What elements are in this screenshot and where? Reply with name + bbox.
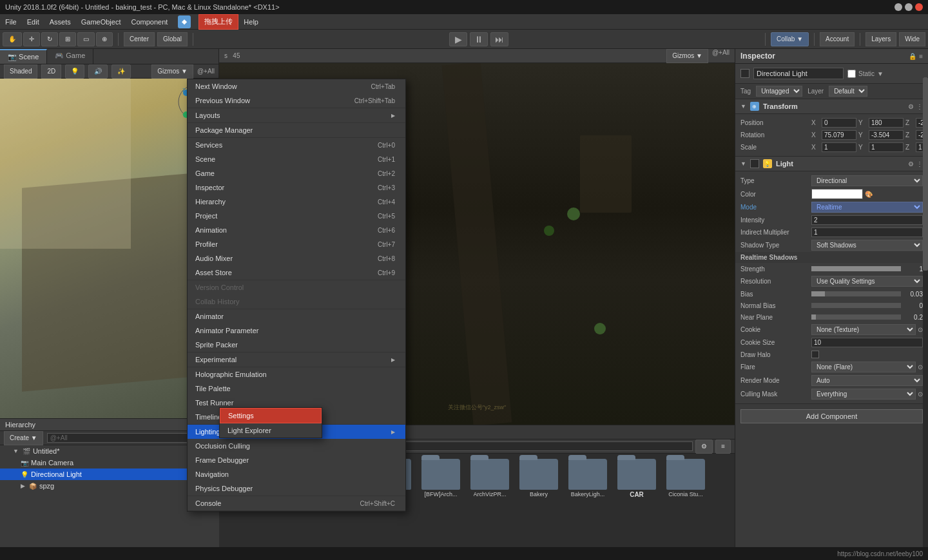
asset-store-item[interactable]: Asset Store Ctrl+9 (188, 266, 405, 280)
move-tool[interactable]: ✛ (23, 32, 40, 46)
minimize-btn[interactable] (894, 3, 902, 11)
animation-label: Animation (195, 226, 227, 234)
transform-tools: ✋ ✛ ↻ ⊞ ▭ ⊕ (3, 32, 113, 46)
holographic-item[interactable]: Holographic Emulation (188, 367, 405, 381)
account-btn[interactable]: Account (820, 32, 855, 46)
inspector-menu[interactable]: ≡ (919, 53, 923, 60)
layers-btn[interactable]: Layers (865, 32, 896, 46)
experimental-item[interactable]: Experimental (188, 352, 405, 367)
gizmos-dropdown[interactable]: Gizmos ▼ (151, 64, 193, 79)
scene-game-tabs: 📷 Scene 🎮 Game (0, 49, 218, 64)
game-shortcut: Ctrl+2 (378, 170, 395, 177)
sep2 (193, 33, 193, 46)
animator-param-label: Animator Parameter (195, 327, 258, 334)
navigation-item[interactable]: Navigation (188, 467, 405, 481)
game-gizmos[interactable]: Gizmos ▼ (666, 49, 708, 63)
active-checkbox[interactable] (740, 69, 749, 78)
timeline-label: Timeline (195, 413, 222, 421)
holographic-label: Holographic Emulation (195, 371, 267, 378)
package-manager-item[interactable]: Package Manager (188, 123, 405, 137)
dropdown-overlay[interactable] (0, 79, 928, 560)
dropdown-windows-section: Services Ctrl+0 Scene Ctrl+1 Game Ctrl+2… (188, 138, 405, 280)
close-btn[interactable] (915, 3, 923, 11)
step-btn[interactable]: ⏭ (490, 32, 508, 46)
audio-toggle[interactable]: 🔊 (88, 64, 108, 79)
menu-component[interactable]: Component (126, 14, 173, 30)
console-item[interactable]: Console Ctrl+Shift+C (188, 496, 405, 510)
asset-store-label: Asset Store (195, 269, 232, 276)
static-checkbox[interactable] (847, 70, 856, 78)
layouts-label: Layouts (195, 111, 220, 119)
game-header: s 45 Gizmos ▼ @+All (219, 49, 735, 63)
pause-btn[interactable]: ⏸ (470, 32, 488, 46)
audio-mixer-item[interactable]: Audio Mixer Ctrl+8 (188, 251, 405, 266)
2d-toggle[interactable]: 2D (41, 64, 61, 79)
hierarchy-item-dd[interactable]: Hierarchy Ctrl+4 (188, 195, 405, 209)
physics-debugger-label: Physics Debugger (195, 485, 253, 492)
menu-upload[interactable]: 拖拽上传 (198, 14, 238, 30)
unity-icon: ◆ (178, 15, 191, 28)
game-header-info: s 45 (224, 52, 240, 59)
animator-item[interactable]: Animator (188, 309, 405, 323)
scene-toolbar: Shaded 2D 💡 🔊 ✨ Gizmos ▼ @+All (0, 64, 218, 79)
menu-gameobject[interactable]: GameObject (76, 14, 126, 30)
project-item-dd[interactable]: Project Ctrl+5 (188, 209, 405, 223)
scene-item[interactable]: Scene Ctrl+1 (188, 152, 405, 166)
menu-edit[interactable]: Edit (22, 14, 44, 30)
rotate-tool[interactable]: ↻ (41, 32, 58, 46)
profiler-label: Profiler (195, 240, 218, 248)
light-explorer-submenu-item[interactable]: Light Explorer (220, 423, 322, 438)
next-window-label: Next Window (195, 82, 237, 90)
menu-help[interactable]: Help (238, 14, 264, 30)
main-area: 📷 Scene 🎮 Game Shaded 2D 💡 🔊 ✨ Gizmos ▼ … (0, 49, 928, 560)
scene-tab[interactable]: 📷 Scene (0, 49, 47, 64)
settings-submenu-item[interactable]: Settings (220, 408, 322, 423)
animator-param-item[interactable]: Animator Parameter (188, 323, 405, 338)
game-item[interactable]: Game Ctrl+2 (188, 166, 405, 180)
search-all: @+All (197, 68, 215, 75)
profiler-item[interactable]: Profiler Ctrl+7 (188, 237, 405, 251)
animation-item[interactable]: Animation Ctrl+6 (188, 223, 405, 237)
menu-assets[interactable]: Assets (44, 14, 76, 30)
wide-btn[interactable]: Wide (899, 32, 925, 46)
layouts-item[interactable]: Layouts (188, 108, 405, 122)
test-runner-label: Test Runner (195, 399, 233, 407)
effects-toggle[interactable]: ✨ (111, 64, 131, 79)
dropdown-experimental-section: Experimental (188, 352, 405, 367)
rect-tool[interactable]: ▭ (77, 32, 95, 46)
dropdown-package-section: Package Manager (188, 123, 405, 138)
occlusion-item[interactable]: Occlusion Culling (188, 439, 405, 453)
static-dropdown-arrow[interactable]: ▼ (877, 70, 884, 77)
inspector-shortcut: Ctrl+3 (378, 184, 395, 191)
frame-debugger-item[interactable]: Frame Debugger (188, 453, 405, 467)
maximize-btn[interactable] (905, 3, 913, 11)
inspector-lock[interactable]: 🔒 (909, 53, 916, 60)
play-btn[interactable]: ▶ (449, 32, 467, 46)
prev-window-item[interactable]: Previous Window Ctrl+Shift+Tab (188, 93, 405, 108)
shading-dropdown[interactable]: Shaded (4, 64, 37, 79)
scale-tool[interactable]: ⊞ (59, 32, 76, 46)
tile-palette-item[interactable]: Tile Palette (188, 381, 405, 396)
inspector-item[interactable]: Inspector Ctrl+3 (188, 180, 405, 195)
center-btn[interactable]: Center (124, 32, 155, 46)
dropdown-animator-section: Animator Animator Parameter Sprite Packe… (188, 309, 405, 352)
collab-btn[interactable]: Collab ▼ (771, 32, 809, 46)
global-btn[interactable]: Global (157, 32, 188, 46)
physics-debugger-item[interactable]: Physics Debugger (188, 481, 405, 496)
services-item[interactable]: Services Ctrl+0 (188, 138, 405, 152)
game-tab[interactable]: 🎮 Game (47, 49, 93, 64)
object-name-input[interactable] (753, 68, 844, 79)
inspector-label-dd: Inspector (195, 184, 224, 191)
package-manager-label: Package Manager (195, 126, 253, 134)
hand-tool[interactable]: ✋ (3, 32, 22, 46)
sep1 (118, 33, 119, 46)
menu-file[interactable]: File (0, 14, 22, 30)
sprite-packer-item[interactable]: Sprite Packer (188, 338, 405, 352)
menu-icon-btn[interactable]: ◆ (173, 14, 198, 30)
transform-all-tool[interactable]: ⊕ (96, 32, 113, 46)
playback-controls: ▶ ⏸ ⏭ (198, 32, 760, 46)
project-shortcut: Ctrl+5 (378, 213, 395, 220)
lighting-submenu: Settings Light Explorer (219, 407, 322, 438)
next-window-item[interactable]: Next Window Ctrl+Tab (188, 79, 405, 93)
lights-toggle[interactable]: 💡 (65, 64, 84, 79)
